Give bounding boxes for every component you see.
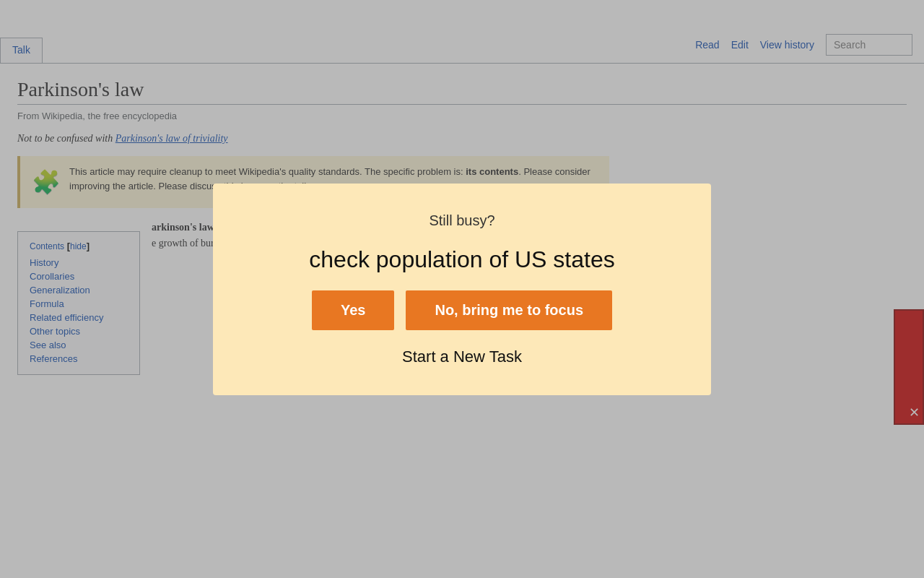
modal-title: check population of US states — [309, 246, 614, 273]
yes-button[interactable]: Yes — [312, 290, 394, 330]
start-new-task-button[interactable]: Start a New Task — [402, 348, 522, 366]
modal-subtitle: Still busy? — [429, 212, 494, 229]
modal-buttons: Yes No, bring me to focus — [312, 290, 612, 330]
focus-modal: Still busy? check population of US state… — [213, 184, 711, 395]
no-bring-to-focus-button[interactable]: No, bring me to focus — [406, 290, 612, 330]
modal-overlay: Still busy? check population of US state… — [0, 0, 924, 578]
